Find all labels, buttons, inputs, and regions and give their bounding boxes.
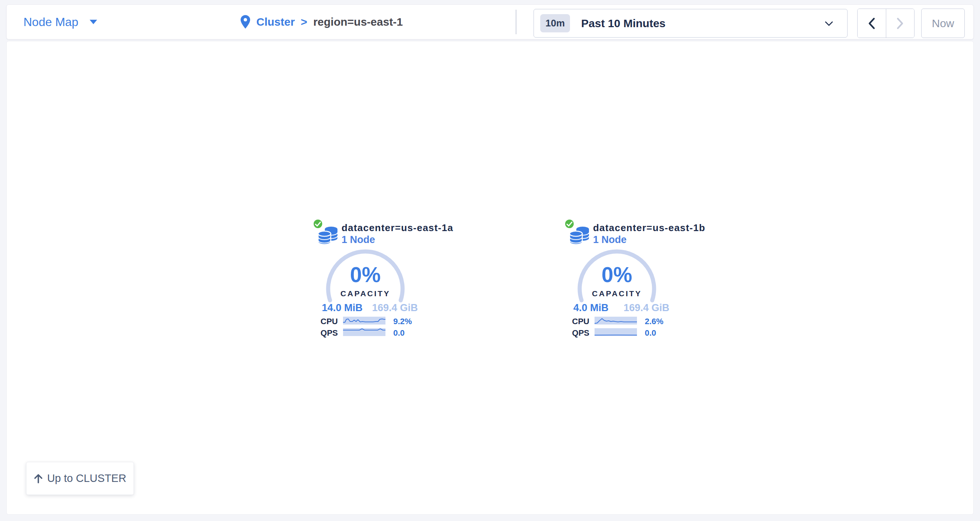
- toolbar-divider: [515, 10, 516, 34]
- up-to-cluster-label: Up to CLUSTER: [47, 472, 127, 484]
- cpu-label: CPU: [565, 317, 589, 327]
- capacity-percent: 0%: [323, 262, 408, 287]
- database-stack-icon: [570, 227, 589, 244]
- cpu-label: CPU: [313, 317, 338, 327]
- capacity-values: 14.0 MiB 169.4 GiB: [322, 302, 418, 314]
- capacity-total: 169.4 GiB: [372, 302, 418, 314]
- database-stack-icon: [318, 227, 337, 244]
- time-window-nav: [857, 8, 915, 38]
- cpu-value: 2.6%: [645, 317, 663, 327]
- cpu-sparkline: [343, 317, 385, 325]
- qps-label: QPS: [313, 328, 338, 338]
- qps-value: 0.0: [393, 328, 405, 338]
- breadcrumb-current-locality: region=us-east-1: [313, 16, 403, 28]
- cpu-metric-row: CPU 2.6%: [565, 317, 673, 325]
- breadcrumb-separator: >: [301, 16, 307, 28]
- cpu-sparkline: [595, 317, 637, 325]
- qps-sparkline: [595, 328, 637, 336]
- chevron-right-icon: [896, 17, 904, 30]
- time-forward-button[interactable]: [886, 9, 915, 38]
- capacity-used: 14.0 MiB: [322, 302, 363, 314]
- map-pin-icon: [240, 15, 250, 29]
- caret-down-icon: [90, 20, 97, 24]
- locality-node-count: 1 Node: [593, 234, 627, 245]
- locality-card-us-east-1a[interactable]: datacenter=us-east-1a 1 Node 0% CAPACITY…: [313, 219, 422, 342]
- cpu-value: 9.2%: [393, 317, 412, 327]
- capacity-label: CAPACITY: [574, 289, 660, 298]
- cpu-metric-row: CPU 9.2%: [313, 317, 422, 325]
- capacity-label: CAPACITY: [323, 289, 408, 298]
- toolbar: Node Map Cluster > region=us-east-1 10m …: [6, 5, 974, 40]
- breadcrumb-cluster-link[interactable]: Cluster: [256, 16, 295, 28]
- capacity-values: 4.0 MiB 169.4 GiB: [573, 302, 669, 314]
- capacity-percent: 0%: [574, 262, 660, 287]
- node-map-canvas: datacenter=us-east-1a 1 Node 0% CAPACITY…: [6, 41, 974, 515]
- up-to-cluster-button[interactable]: Up to CLUSTER: [26, 462, 134, 495]
- qps-metric-row: QPS 0.0: [313, 328, 422, 336]
- qps-value: 0.0: [645, 328, 656, 338]
- time-window-select[interactable]: 10m Past 10 Minutes: [533, 9, 848, 38]
- chevron-down-icon: [825, 21, 833, 26]
- view-selector-dropdown[interactable]: Node Map: [24, 5, 97, 39]
- capacity-used: 4.0 MiB: [573, 302, 609, 314]
- qps-metric-row: QPS 0.0: [565, 328, 673, 336]
- qps-sparkline: [343, 328, 385, 336]
- up-arrow-icon: [34, 474, 43, 483]
- locality-title: datacenter=us-east-1b: [593, 222, 705, 234]
- time-back-button[interactable]: [858, 9, 886, 38]
- node-map-page: Node Map Cluster > region=us-east-1 10m …: [0, 0, 980, 521]
- locality-card-us-east-1b[interactable]: datacenter=us-east-1b 1 Node 0% CAPACITY…: [565, 219, 673, 342]
- chevron-left-icon: [867, 17, 876, 30]
- locality-node-count: 1 Node: [342, 234, 375, 245]
- qps-label: QPS: [565, 328, 589, 338]
- time-window-badge: 10m: [540, 14, 570, 32]
- breadcrumb: Cluster > region=us-east-1: [240, 5, 403, 39]
- time-window-label: Past 10 Minutes: [581, 17, 666, 30]
- capacity-total: 169.4 GiB: [624, 302, 669, 314]
- now-button[interactable]: Now: [921, 8, 965, 38]
- view-selector-label: Node Map: [24, 15, 78, 29]
- locality-title: datacenter=us-east-1a: [342, 222, 453, 234]
